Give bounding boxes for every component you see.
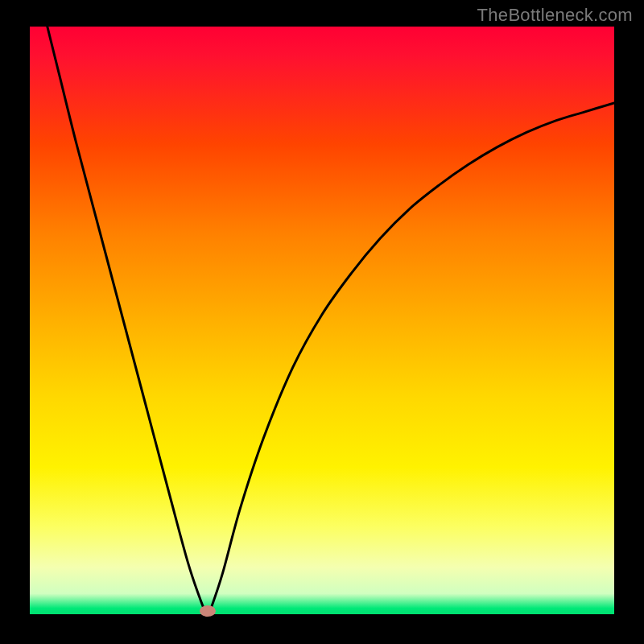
chart-svg <box>30 27 614 614</box>
minimum-marker-dot <box>200 605 216 617</box>
watermark-text: TheBottleneck.com <box>477 5 633 26</box>
chart-plot-area <box>30 27 614 614</box>
bottleneck-curve-line <box>47 27 614 614</box>
